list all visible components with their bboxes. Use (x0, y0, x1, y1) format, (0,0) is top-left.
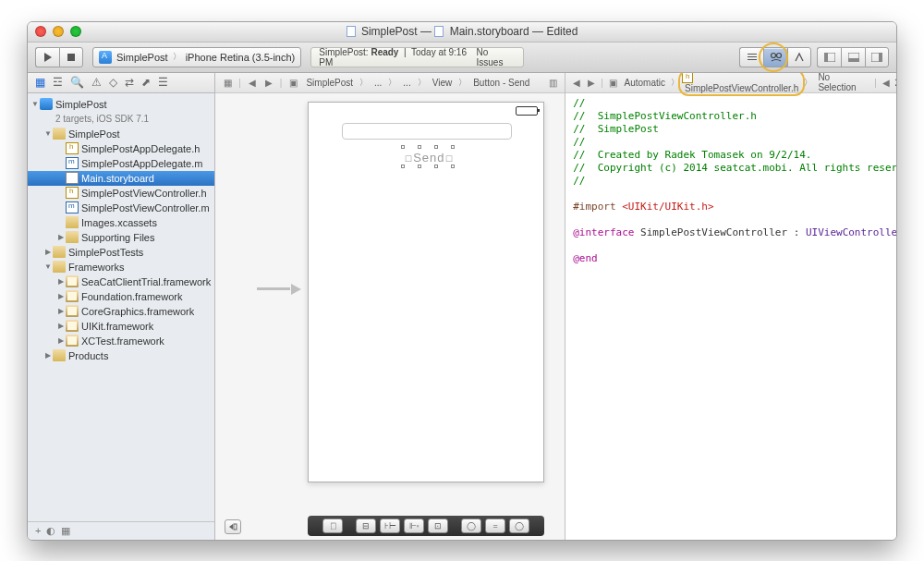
storyboard-canvas[interactable]: ☐Send☐ ⎕ ⊟ (215, 93, 565, 540)
pin-button[interactable]: ⊦⊢ (380, 518, 400, 533)
jump-path-1[interactable]: ... (371, 77, 384, 89)
tree-node[interactable]: ▶SimplePostTests (28, 245, 214, 260)
version-editor-icon (794, 52, 805, 63)
tree-node[interactable]: ▼SimplePost (28, 97, 214, 112)
jump-path-3[interactable]: View (430, 77, 456, 89)
tree-label: SimplePost (55, 99, 107, 110)
text-field[interactable] (342, 123, 512, 140)
selection-handle[interactable] (401, 165, 405, 168)
selection-handle[interactable] (418, 145, 421, 149)
log-nav-icon[interactable]: ☰ (158, 76, 168, 89)
folder-icon (53, 246, 66, 258)
source-editor[interactable]: // // SimplePostViewController.h // Simp… (565, 93, 896, 540)
tree-node[interactable]: ▶SeaCatClientTrial.framework (28, 274, 214, 289)
tree-node[interactable]: SimplePostViewController.m (28, 201, 214, 215)
tree-node[interactable]: ▶Foundation.framework (28, 289, 214, 304)
tree-label: SimplePostAppDelegate.h (81, 143, 200, 154)
toggle-navigator-button[interactable] (817, 47, 841, 67)
project-nav-icon[interactable]: ▦ (35, 76, 45, 89)
stop-button[interactable] (59, 47, 83, 67)
scheme-selector[interactable]: SimplePost 〉 iPhone Retina (3.5-inch) (92, 47, 301, 67)
tree-label: Main.storyboard (81, 173, 154, 184)
tree-node[interactable]: Main.storyboard (28, 171, 214, 186)
recent-icon[interactable]: ◐ (46, 525, 55, 537)
form-factor-button[interactable]: ⎕ (322, 518, 343, 533)
zoom-icon[interactable] (70, 26, 81, 37)
zoom-in-button[interactable]: ◯ (509, 518, 529, 533)
align-button[interactable]: ⊟ (356, 518, 376, 533)
selection-handle[interactable] (401, 145, 405, 149)
initial-vc-arrow[interactable] (257, 284, 301, 295)
tree-node[interactable]: ▼Frameworks (28, 260, 214, 274)
tree-node[interactable]: Images.xcassets (28, 215, 214, 230)
resolve-button[interactable]: ⊩◦ (404, 518, 424, 533)
tree-node[interactable]: ▶Supporting Files (28, 230, 214, 245)
jump-path-2[interactable]: ... (400, 77, 413, 89)
zoom-actual-button[interactable]: = (485, 518, 505, 533)
test-nav-icon[interactable]: ◇ (109, 76, 117, 89)
filter-icon[interactable]: ▦ (61, 525, 70, 537)
assistant-editor-button[interactable] (763, 47, 787, 67)
symbol-nav-icon[interactable]: ☲ (53, 76, 63, 89)
version-editor-button[interactable] (787, 47, 811, 67)
prev-counterpart-icon[interactable]: ◀ (881, 76, 893, 89)
back-icon[interactable]: ◀ (246, 76, 259, 89)
resizing-button[interactable]: ⊡ (428, 518, 448, 533)
split-icon[interactable]: ▥ (546, 76, 559, 89)
jump-path-0[interactable]: SimplePost (303, 77, 356, 89)
run-button[interactable] (35, 47, 59, 67)
activity-viewer: SimplePost: Ready | Today at 9:16 PM No … (310, 47, 524, 67)
tree-node[interactable]: ▶XCTest.framework (28, 334, 214, 348)
back-icon[interactable]: ◀ (571, 76, 583, 89)
close-icon[interactable] (35, 26, 46, 37)
selection-handle[interactable] (451, 165, 455, 168)
issue-nav-icon[interactable]: ⚠ (91, 76, 102, 89)
folder-icon (53, 349, 66, 361)
send-button[interactable]: ☐Send☐ (405, 151, 453, 165)
forward-icon[interactable]: ▶ (586, 76, 598, 89)
selection-handle[interactable] (434, 165, 438, 168)
counterparts-icon[interactable]: ▣ (607, 76, 619, 89)
forward-icon[interactable]: ▶ (262, 76, 275, 89)
tree-node[interactable]: ▶CoreGraphics.framework (28, 304, 214, 319)
selection-handle[interactable] (434, 145, 438, 149)
assistant-jump-bar[interactable]: ◀ ▶ | ▣ Automatic 〉 SimplePostViewContro… (565, 73, 896, 93)
tree-label: Frameworks (68, 262, 125, 273)
search-nav-icon[interactable]: 🔍 (70, 76, 84, 89)
assist-selection[interactable]: No Selection (815, 73, 868, 94)
assist-mode[interactable]: Automatic (622, 77, 668, 89)
tree-node[interactable]: SimplePostAppDelegate.h (28, 141, 214, 156)
primary-jump-bar[interactable]: ▦ | ◀ ▶ | ▣ SimplePost 〉 ... 〉 ... 〉 Vie… (215, 73, 565, 93)
debug-nav-icon[interactable]: ⇄ (125, 76, 134, 89)
tree-node[interactable]: ▼SimplePost (28, 127, 214, 141)
tree-node[interactable]: ▶Products (28, 348, 214, 363)
tree-label: Images.xcassets (81, 217, 157, 228)
related-items-icon[interactable]: ▦ (221, 76, 234, 89)
assist-file-wrap[interactable]: SimplePostViewController.h (682, 73, 801, 93)
selection-handle[interactable] (451, 145, 455, 149)
project-tree[interactable]: ▼SimplePost2 targets, iOS SDK 7.1▼Simple… (28, 93, 214, 521)
toggle-utilities-button[interactable] (865, 47, 889, 67)
fw-icon (66, 320, 79, 332)
selection-handle[interactable] (418, 165, 421, 168)
panel-left-icon (824, 53, 835, 62)
header-file-icon (682, 73, 693, 83)
superclass: UIViewController (806, 226, 896, 238)
import-keyword: #import (573, 201, 615, 213)
toggle-debug-button[interactable] (841, 47, 865, 67)
tree-node[interactable]: SimplePostViewController.h (28, 186, 214, 201)
document-outline-toggle[interactable] (225, 519, 241, 534)
code-line: // SimplePost (573, 123, 659, 135)
view-controller-scene[interactable]: ☐Send☐ (308, 102, 544, 482)
highlight-ring (759, 43, 788, 72)
window-title: SimplePost — Main.storyboard — Edited (28, 25, 896, 38)
minimize-icon[interactable] (53, 26, 64, 37)
add-icon[interactable]: + (35, 525, 41, 536)
breakpoint-nav-icon[interactable]: ⬈ (141, 76, 151, 89)
tree-node[interactable]: ▶UIKit.framework (28, 319, 214, 334)
jump-path-4[interactable]: Button - Send (470, 77, 532, 89)
zoom-out-button[interactable]: ◯ (461, 518, 481, 533)
folder-icon (53, 128, 66, 140)
title-state: Edited (546, 25, 578, 38)
tree-node[interactable]: SimplePostAppDelegate.m (28, 156, 214, 171)
